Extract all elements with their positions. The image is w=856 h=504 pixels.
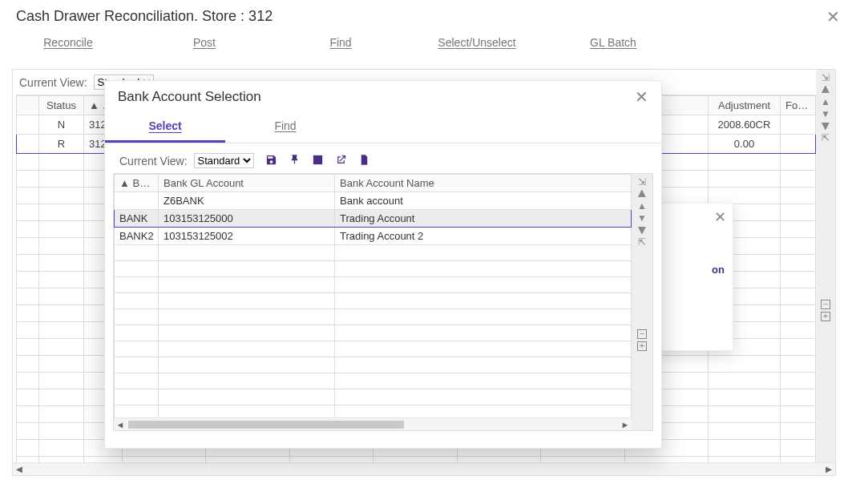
scroll-right-icon[interactable]: ► xyxy=(822,463,835,475)
table-row-empty xyxy=(115,261,632,277)
main-hscroll[interactable]: ◄ ► xyxy=(13,462,835,475)
col-bank-code[interactable]: ▲ B… xyxy=(115,175,159,192)
scroll-compress-top-icon[interactable]: ⇲ xyxy=(638,177,646,187)
scroll-down-icon[interactable]: ▼ xyxy=(637,213,647,223)
svg-rect-1 xyxy=(315,157,320,162)
table-row-empty xyxy=(115,357,632,373)
col-adjustment[interactable]: Adjustment xyxy=(709,96,781,115)
current-view-select[interactable]: Standard xyxy=(194,153,254,168)
pin-icon[interactable] xyxy=(289,154,301,168)
scroll-down-icon[interactable]: ▼ xyxy=(821,109,830,119)
current-view-label: Current View: xyxy=(19,76,87,89)
dialog-grid-wrap: ▲ B… Bank GL Account Bank Account Name Z… xyxy=(113,173,653,431)
cell-name: Bank account xyxy=(335,192,632,210)
dialog-tabs: Select Find xyxy=(105,110,661,143)
main-scroll-sidebar: ⇲ ⯅ ▲ ▼ ⯆ ⇱ − + xyxy=(816,70,835,475)
expand-icon[interactable]: + xyxy=(821,312,830,321)
title-bar: Cash Drawer Reconciliation. Store : 312 … xyxy=(0,0,856,28)
scroll-right-icon[interactable]: ► xyxy=(619,420,632,429)
app-window: Cash Drawer Reconciliation. Store : 312 … xyxy=(0,0,856,504)
cell-code: BANK2 xyxy=(115,228,159,245)
hscroll-thumb[interactable] xyxy=(128,421,404,429)
cell-gl: 103153125002 xyxy=(159,228,335,245)
close-icon[interactable]: ✕ xyxy=(635,89,648,105)
menu-gl-batch[interactable]: GL Batch xyxy=(545,36,681,49)
cell-status: N xyxy=(39,115,84,135)
scroll-compress-bottom-icon[interactable]: ⇱ xyxy=(638,237,646,247)
save-icon[interactable] xyxy=(265,154,277,168)
table-row[interactable]: BANK2 103153125002 Trading Account 2 xyxy=(115,228,632,245)
cell-adjustment: 2008.60CR xyxy=(709,115,781,135)
table-row-empty xyxy=(115,325,632,341)
dialog-title: Bank Account Selection xyxy=(118,89,261,105)
background-info-card: ✕ on xyxy=(653,203,733,351)
cell-gl: 103153125000 xyxy=(159,210,335,228)
cell-code: BANK xyxy=(115,210,159,228)
hscroll-track[interactable] xyxy=(26,466,822,474)
scroll-compress-top-icon[interactable]: ⇲ xyxy=(822,73,830,83)
dialog-grid: ▲ B… Bank GL Account Bank Account Name Z… xyxy=(114,174,632,417)
table-row[interactable]: BANK 103153125000 Trading Account xyxy=(115,210,632,228)
menu-reconcile[interactable]: Reconcile xyxy=(0,36,136,49)
col-bank-gl[interactable]: Bank GL Account xyxy=(159,175,335,192)
tab-select[interactable]: Select xyxy=(105,110,225,143)
cell-adjustment: 0.00 xyxy=(709,135,781,154)
scroll-top-icon[interactable]: ⯅ xyxy=(821,85,830,95)
scroll-bottom-icon[interactable]: ⯆ xyxy=(637,225,647,235)
table-row-empty xyxy=(115,341,632,357)
table-row-empty xyxy=(115,373,632,389)
tab-find[interactable]: Find xyxy=(225,110,345,143)
dialog-header: Bank Account Selection ✕ xyxy=(105,81,661,105)
toolbar-icon-group xyxy=(265,154,370,168)
hscroll-track[interactable] xyxy=(127,420,619,429)
col-status[interactable]: Status xyxy=(39,96,84,115)
close-icon[interactable]: ✕ xyxy=(826,9,840,25)
scroll-top-icon[interactable]: ⯅ xyxy=(637,189,647,199)
scroll-up-icon[interactable]: ▲ xyxy=(637,201,647,211)
popout-icon[interactable] xyxy=(335,154,347,168)
menu-select-unselect[interactable]: Select/Unselect xyxy=(409,36,545,49)
dialog-scroll-sidebar: ⇲ ⯅ ▲ ▼ ⯆ ⇱ − + xyxy=(632,174,652,430)
scroll-left-icon[interactable]: ◄ xyxy=(114,420,127,429)
cell-gl: Z6BANK xyxy=(159,192,335,210)
cell-code xyxy=(115,192,159,210)
close-icon[interactable]: ✕ xyxy=(714,210,726,224)
menu-bar: Reconcile Post Find Select/Unselect GL B… xyxy=(0,28,856,63)
window-icon[interactable] xyxy=(312,154,324,168)
collapse-icon[interactable]: − xyxy=(637,329,647,339)
cell-for xyxy=(781,135,816,154)
table-row-empty xyxy=(115,277,632,293)
menu-find[interactable]: Find xyxy=(273,36,409,49)
table-row-empty xyxy=(115,293,632,309)
table-row-empty xyxy=(115,389,632,405)
cell-for xyxy=(781,115,816,135)
bank-account-selection-dialog: Bank Account Selection ✕ Select Find Cur… xyxy=(104,80,662,449)
table-row[interactable]: Z6BANK Bank account xyxy=(115,192,632,210)
dialog-toolbar: Current View: Standard xyxy=(113,148,653,173)
scroll-bottom-icon[interactable]: ⯆ xyxy=(821,121,830,131)
scroll-up-icon[interactable]: ▲ xyxy=(821,97,830,107)
col-handle[interactable] xyxy=(17,96,39,115)
scroll-compress-bottom-icon[interactable]: ⇱ xyxy=(822,133,830,143)
expand-icon[interactable]: + xyxy=(637,341,647,351)
cell-name: Trading Account 2 xyxy=(335,228,632,245)
col-for[interactable]: For… xyxy=(781,96,816,115)
collapse-icon[interactable]: − xyxy=(821,300,830,309)
info-card-label-fragment: on xyxy=(712,264,725,276)
cell-status: R xyxy=(39,135,84,154)
dialog-hscroll[interactable]: ◄ ► xyxy=(114,417,632,430)
file-icon[interactable] xyxy=(358,154,370,168)
menu-post[interactable]: Post xyxy=(136,36,273,49)
dialog-body: Current View: Standard xyxy=(105,143,661,448)
table-row-empty xyxy=(115,309,632,325)
table-row-empty xyxy=(115,245,632,261)
current-view-label: Current View: xyxy=(119,155,188,167)
cell-name: Trading Account xyxy=(335,210,632,228)
window-title: Cash Drawer Reconciliation. Store : 312 xyxy=(16,8,273,25)
scroll-left-icon[interactable]: ◄ xyxy=(13,463,26,475)
col-bank-name[interactable]: Bank Account Name xyxy=(335,175,632,192)
